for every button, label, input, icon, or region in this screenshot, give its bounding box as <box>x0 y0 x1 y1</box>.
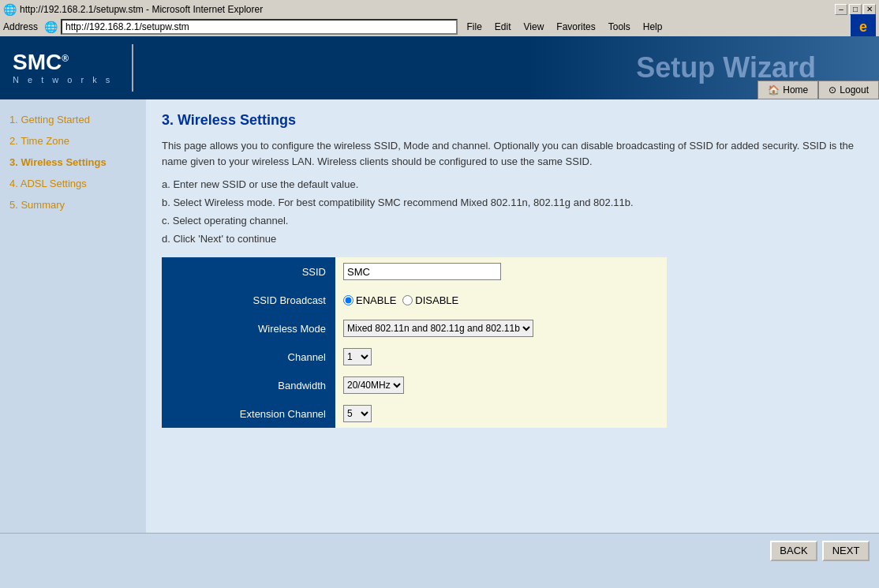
table-row-extension-channel: Extension Channel 5 123 467 891011 <box>162 399 667 428</box>
browser-favicon: 🌐 <box>3 3 17 16</box>
smc-logo: SMC® N e t w o r k s <box>0 45 125 91</box>
content-area: 1. Getting Started 2. Time Zone 3. Wirel… <box>0 99 879 533</box>
browser-titlebar: 🌐 http://192.168.2.1/setupw.stm - Micros… <box>0 0 879 19</box>
main-content: 3. Wireless Settings This page allows yo… <box>146 99 879 533</box>
ssid-input[interactable] <box>343 263 501 280</box>
brand-name: SMC® <box>13 51 113 73</box>
sidebar: 1. Getting Started 2. Time Zone 3. Wirel… <box>0 99 146 533</box>
ssid-broadcast-enable-radio[interactable] <box>343 295 353 305</box>
bandwidth-label: Bandwidth <box>162 371 335 399</box>
header-divider <box>132 44 133 92</box>
sidebar-item-wireless-settings[interactable]: 3. Wireless Settings <box>6 152 140 173</box>
next-button[interactable]: NEXT <box>822 541 870 561</box>
ssid-broadcast-disable-label[interactable]: DISABLE <box>402 294 458 306</box>
table-row-ssid: SSID <box>162 257 667 286</box>
settings-form: SSID SSID Broadcast ENABLE <box>162 257 667 428</box>
page-wrapper: SMC® N e t w o r k s Setup Wizard 🏠 Home… <box>0 36 879 567</box>
step-d: d. Click 'Next' to continue <box>162 233 863 245</box>
wireless-mode-value-cell: Mixed 802.11n and 802.11g and 802.11b 80… <box>335 314 667 343</box>
menu-view[interactable]: View <box>518 20 551 34</box>
sidebar-item-adsl-settings[interactable]: 4. ADSL Settings <box>6 173 140 194</box>
step-c: c. Select operating channel. <box>162 215 863 227</box>
sidebar-item-summary[interactable]: 5. Summary <box>6 194 140 215</box>
ssid-broadcast-radio-group: ENABLE DISABLE <box>343 294 659 306</box>
header-navigation: 🏠 Home ⊙ Logout <box>757 81 879 99</box>
ssid-broadcast-disable-radio[interactable] <box>402 295 413 305</box>
ssid-label: SSID <box>162 257 335 286</box>
minimize-button[interactable]: – <box>835 4 847 15</box>
table-row-ssid-broadcast: SSID Broadcast ENABLE DISABLE <box>162 286 667 314</box>
extension-channel-value-cell: 5 123 467 891011 <box>335 399 667 428</box>
browser-title: http://192.168.2.1/setupw.stm - Microsof… <box>20 4 835 15</box>
bandwidth-select[interactable]: 20/40MHz 20MHz <box>343 376 404 394</box>
ssid-value-cell <box>335 257 667 286</box>
page-title: 3. Wireless Settings <box>162 112 863 129</box>
table-row-channel: Channel 1 234 567 891011 <box>162 343 667 371</box>
footer-bar: BACK NEXT <box>0 533 879 567</box>
channel-value-cell: 1 234 567 891011 <box>335 343 667 371</box>
extension-channel-select[interactable]: 5 123 467 891011 <box>343 405 372 422</box>
table-row-bandwidth: Bandwidth 20/40MHz 20MHz <box>162 371 667 399</box>
address-label: Address <box>3 21 38 32</box>
logout-button[interactable]: ⊙ Logout <box>818 81 879 99</box>
page-header: SMC® N e t w o r k s Setup Wizard 🏠 Home… <box>0 36 879 99</box>
menu-tools[interactable]: Tools <box>602 20 637 34</box>
menu-favorites[interactable]: Favorites <box>550 20 601 34</box>
channel-select[interactable]: 1 234 567 891011 <box>343 348 372 365</box>
menu-bar: File Edit View Favorites Tools Help <box>461 20 847 34</box>
table-row-wireless-mode: Wireless Mode Mixed 802.11n and 802.11g … <box>162 314 667 343</box>
ssid-broadcast-enable-label[interactable]: ENABLE <box>343 294 396 306</box>
step-b: b. Select Wireless mode. For best compat… <box>162 197 863 208</box>
back-button[interactable]: BACK <box>770 541 817 561</box>
home-icon: 🏠 <box>768 84 780 96</box>
step-a: a. Enter new SSID or use the default val… <box>162 178 863 190</box>
ssid-broadcast-value-cell: ENABLE DISABLE <box>335 286 667 314</box>
bandwidth-value-cell: 20/40MHz 20MHz <box>335 371 667 399</box>
networks-text: N e t w o r k s <box>13 75 113 84</box>
browser-window-controls[interactable]: – □ ✕ <box>835 4 876 15</box>
browser-page-icon: 🌐 <box>44 21 58 33</box>
menu-edit[interactable]: Edit <box>488 20 518 34</box>
home-button[interactable]: 🏠 Home <box>757 81 818 99</box>
ssid-broadcast-label: SSID Broadcast <box>162 286 335 314</box>
description: This page allows you to configure the wi… <box>162 138 863 169</box>
wireless-mode-label: Wireless Mode <box>162 314 335 343</box>
channel-label: Channel <box>162 343 335 371</box>
menu-file[interactable]: File <box>461 20 488 34</box>
extension-channel-label: Extension Channel <box>162 399 335 428</box>
setup-wizard-title: Setup Wizard <box>636 51 816 84</box>
browser-menubar: Address 🌐 File Edit View Favorites Tools… <box>0 19 879 36</box>
sidebar-item-getting-started[interactable]: 1. Getting Started <box>6 109 140 130</box>
close-button[interactable]: ✕ <box>863 4 876 15</box>
restore-button[interactable]: □ <box>849 4 862 15</box>
logout-icon: ⊙ <box>829 84 836 96</box>
sidebar-item-time-zone[interactable]: 2. Time Zone <box>6 130 140 152</box>
menu-help[interactable]: Help <box>637 20 669 34</box>
wireless-mode-select[interactable]: Mixed 802.11n and 802.11g and 802.11b 80… <box>343 320 533 337</box>
address-input[interactable] <box>61 19 457 35</box>
